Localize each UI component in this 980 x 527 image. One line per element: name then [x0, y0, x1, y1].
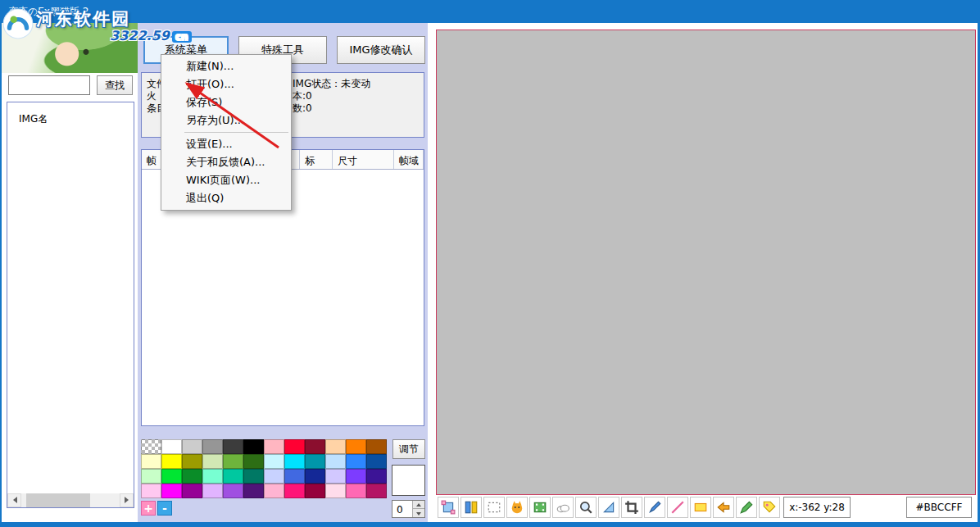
tag-tool-button[interactable] — [759, 497, 780, 518]
palette-swatch[interactable] — [325, 454, 346, 469]
spinner-down-button[interactable] — [412, 509, 424, 517]
img-confirm-button[interactable]: IMG修改确认 — [337, 36, 425, 64]
crop-tool-button[interactable] — [621, 497, 642, 518]
palette-swatch[interactable] — [325, 469, 346, 484]
menu-item-new[interactable]: 新建(N)... — [161, 57, 291, 75]
column-header-coord[interactable]: 标 — [300, 150, 333, 169]
palette-swatch[interactable] — [264, 439, 284, 454]
img-list[interactable]: IMG名 — [7, 102, 134, 508]
cloud-tool-button[interactable] — [552, 497, 574, 518]
palette-swatch[interactable] — [202, 454, 223, 469]
palette-swatch[interactable] — [325, 484, 346, 498]
canvas-resize-tool-button[interactable] — [438, 497, 459, 518]
palette-swatch[interactable] — [346, 454, 366, 469]
line-tool-button[interactable] — [667, 497, 688, 518]
find-button[interactable]: 查找 — [97, 75, 133, 95]
palette-swatch[interactable] — [141, 469, 161, 484]
zoom-tool-button[interactable] — [575, 497, 597, 518]
menu-item-open[interactable]: 打开(O)... — [161, 75, 291, 93]
palette-swatch[interactable] — [202, 469, 223, 484]
palette-swatch[interactable] — [366, 484, 387, 498]
dropper-icon — [739, 500, 754, 515]
column-header-size[interactable]: 尺寸 — [333, 150, 394, 169]
palette-swatch[interactable] — [141, 454, 161, 469]
palette-swatch[interactable] — [305, 439, 325, 454]
palette-swatch[interactable] — [305, 469, 325, 484]
palette-swatch[interactable] — [141, 484, 161, 498]
ruler-tool-button[interactable] — [598, 497, 619, 518]
palette-swatch[interactable] — [284, 454, 305, 469]
palette-swatch[interactable] — [243, 454, 264, 469]
rectangle-tool-button[interactable] — [690, 497, 711, 518]
palette-swatch[interactable] — [264, 484, 284, 498]
menu-separator — [184, 132, 288, 133]
palette-swatch[interactable] — [223, 439, 243, 454]
palette-swatch[interactable] — [346, 469, 366, 484]
palette-swatch[interactable] — [223, 484, 243, 498]
list-hscrollbar[interactable] — [21, 493, 120, 507]
palette-swatch[interactable] — [366, 439, 387, 454]
palette-swatch[interactable] — [161, 454, 182, 469]
palette-swatch[interactable] — [182, 439, 202, 454]
palette-remove-button[interactable]: - — [157, 501, 172, 516]
ruler-icon — [601, 500, 616, 515]
palette-swatch[interactable] — [284, 439, 305, 454]
palette-swatch[interactable] — [305, 454, 325, 469]
menu-item-save[interactable]: 保存(S) — [161, 93, 291, 111]
cat-tool-button[interactable] — [506, 497, 528, 518]
scroll-left-button[interactable] — [7, 493, 21, 507]
window-border-bottom — [0, 522, 980, 527]
palette-swatch[interactable] — [366, 454, 387, 469]
palette-add-button[interactable]: + — [141, 501, 156, 516]
scrollbar-thumb[interactable] — [26, 493, 90, 507]
palette-swatch[interactable] — [243, 484, 264, 498]
menu-item-settings[interactable]: 设置(E)... — [161, 135, 291, 153]
frames-icon — [464, 500, 479, 515]
palette-swatch[interactable] — [182, 469, 202, 484]
palette-swatch[interactable] — [366, 469, 387, 484]
menu-item-about[interactable]: 关于和反馈(A)... — [161, 153, 291, 171]
palette-swatch-transparent[interactable] — [141, 439, 161, 454]
palette-swatch[interactable] — [223, 454, 243, 469]
palette-swatch[interactable] — [284, 469, 305, 484]
menu-item-exit[interactable]: 退出(Q) — [161, 189, 291, 207]
palette-swatch[interactable] — [161, 439, 182, 454]
palette-swatch[interactable] — [264, 469, 284, 484]
current-color-box[interactable] — [392, 465, 425, 496]
right-arrow-icon — [125, 497, 132, 503]
title-bar[interactable]: 变态のEx黑猫版 2 — [0, 0, 980, 23]
menu-item-wiki[interactable]: WIKI页面(W)... — [161, 171, 291, 189]
palette-index-spinner[interactable]: 0 — [392, 500, 425, 518]
palette-swatch[interactable] — [202, 439, 223, 454]
film-tool-button[interactable] — [529, 497, 551, 518]
menu-item-save-as[interactable]: 另存为(U)... — [161, 111, 291, 129]
palette-swatch[interactable] — [305, 484, 325, 498]
adjust-button[interactable]: 调节 — [392, 439, 425, 459]
palette-swatch[interactable] — [161, 469, 182, 484]
frames-tool-button[interactable] — [461, 497, 482, 518]
palette-swatch[interactable] — [325, 439, 346, 454]
pencil-tool-button[interactable] — [644, 497, 665, 518]
palette-swatch[interactable] — [223, 469, 243, 484]
column-header-domain[interactable]: 帧域 — [394, 150, 424, 169]
palette-swatch[interactable] — [284, 484, 305, 498]
search-input[interactable] — [8, 75, 90, 95]
palette-swatch[interactable] — [243, 469, 264, 484]
dropper-tool-button[interactable] — [736, 497, 757, 518]
palette-grid — [141, 439, 387, 498]
marquee-tool-button[interactable] — [483, 497, 505, 518]
banner-image — [2, 23, 138, 73]
palette-swatch[interactable] — [346, 439, 366, 454]
spinner-up-button[interactable] — [412, 501, 424, 509]
scroll-right-button[interactable] — [120, 493, 134, 507]
image-canvas[interactable] — [436, 30, 976, 495]
palette-swatch[interactable] — [182, 484, 202, 498]
palette-swatch[interactable] — [202, 484, 223, 498]
palette-swatch[interactable] — [243, 439, 264, 454]
palette-swatch[interactable] — [161, 484, 182, 498]
palette-swatch[interactable] — [346, 484, 366, 498]
undo-tool-button[interactable] — [713, 497, 734, 518]
palette-swatch[interactable] — [264, 454, 284, 469]
info-line-2: 本:0 — [293, 90, 370, 102]
palette-swatch[interactable] — [182, 454, 202, 469]
